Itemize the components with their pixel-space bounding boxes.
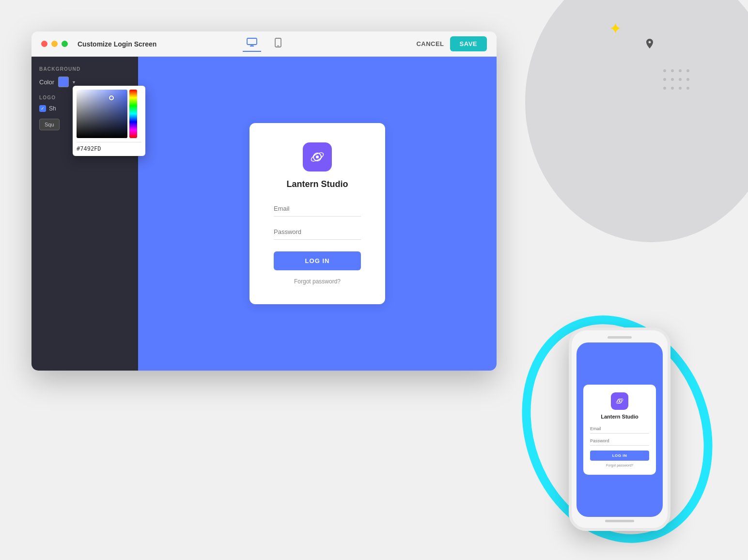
mobile-email-input[interactable] xyxy=(590,424,649,434)
title-actions: CANCEL SAVE xyxy=(416,36,487,51)
minimize-button[interactable] xyxy=(51,41,58,47)
save-button[interactable]: SAVE xyxy=(450,36,487,51)
desktop-email-input[interactable] xyxy=(274,201,361,217)
phone-speaker xyxy=(608,336,632,339)
color-gradient[interactable] xyxy=(77,90,127,138)
phone-screen: Lantern Studio LOG IN Forgot password? xyxy=(577,342,663,517)
show-logo-checkbox[interactable] xyxy=(39,105,46,112)
close-button[interactable] xyxy=(41,41,47,47)
desktop-password-input[interactable] xyxy=(274,224,361,240)
sidebar: BACKGROUND Color ▾ LOGO Sh Squ xyxy=(31,57,138,371)
desktop-app-name: Lantern Studio xyxy=(287,179,348,189)
desktop-forgot-link[interactable]: Forgot password? xyxy=(294,278,341,285)
color-label: Color xyxy=(39,78,54,86)
background-section-label: BACKGROUND xyxy=(39,66,130,72)
shape-button[interactable]: Squ xyxy=(39,119,60,130)
cancel-button[interactable]: CANCEL xyxy=(416,40,444,47)
mobile-login-button[interactable]: LOG IN xyxy=(590,451,649,461)
desktop-login-card: Lantern Studio LOG IN Forgot password? xyxy=(249,123,385,304)
window-body: BACKGROUND Color ▾ LOGO Sh Squ xyxy=(31,57,497,371)
phone-home-bar xyxy=(605,520,634,522)
color-picker-main xyxy=(77,90,141,138)
color-hue-strip[interactable] xyxy=(129,90,137,138)
star-decoration: ✦ xyxy=(609,19,622,38)
desktop-app-logo xyxy=(303,142,332,171)
view-toggle xyxy=(243,36,285,52)
mac-window: Customize Login Screen CANCEL SAVE xyxy=(31,31,497,371)
show-logo-label: Sh xyxy=(49,105,56,112)
svg-point-9 xyxy=(619,400,620,402)
color-hex-row: #7492FD xyxy=(77,142,141,152)
dots-decoration xyxy=(662,68,690,91)
preview-area: Lantern Studio LOG IN Forgot password? xyxy=(138,57,497,371)
mobile-login-card: Lantern Studio LOG IN Forgot password? xyxy=(583,385,656,475)
mobile-password-input[interactable] xyxy=(590,436,649,446)
mobile-app-name: Lantern Studio xyxy=(601,414,639,420)
window-controls xyxy=(41,41,68,47)
desktop-login-button[interactable]: LOG IN xyxy=(274,251,361,270)
mobile-view-icon[interactable] xyxy=(271,36,285,52)
mobile-forgot-link[interactable]: Forgot password? xyxy=(606,464,633,467)
pin-decoration xyxy=(646,39,654,51)
svg-point-6 xyxy=(316,156,319,158)
mobile-phone: Lantern Studio LOG IN Forgot password? xyxy=(569,327,670,531)
color-swatch[interactable] xyxy=(58,77,69,87)
hex-value: #7492FD xyxy=(77,145,101,152)
color-dropdown-arrow[interactable]: ▾ xyxy=(73,79,75,85)
desktop-view-icon[interactable] xyxy=(243,36,261,52)
title-bar: Customize Login Screen CANCEL SAVE xyxy=(31,31,497,57)
svg-rect-0 xyxy=(247,38,257,45)
mobile-app-logo xyxy=(611,392,628,410)
maximize-button[interactable] xyxy=(62,41,68,47)
color-picker-popup: #7492FD xyxy=(73,86,145,156)
